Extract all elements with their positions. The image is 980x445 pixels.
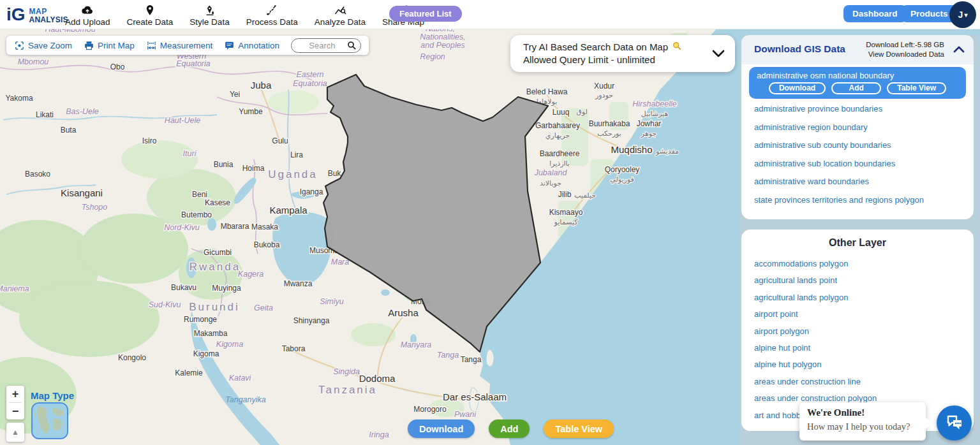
toolbar-label: Annotation (238, 41, 279, 50)
ai-search-banner[interactable]: Try AI Based Search Data on Map Allowed … (510, 35, 735, 72)
layer-link-airport-point[interactable]: airport point (754, 309, 877, 319)
add-button[interactable]: Add (489, 419, 530, 438)
map-label: Iganga (300, 187, 323, 196)
toolbar-annotation[interactable]: Annotation (224, 40, 279, 51)
view-downloaded-link[interactable]: View Downloaded Data (866, 50, 944, 59)
layer-link-alpine-hut-polygon[interactable]: alpine hut polygon (754, 360, 877, 369)
chevron-down-icon[interactable] (712, 49, 725, 61)
save-zoom-icon (14, 40, 25, 51)
table-view-button[interactable]: Table View (544, 419, 614, 438)
map-type-label[interactable]: Map Type (31, 390, 74, 401)
selected-layer-table-view-button[interactable]: Table View (887, 82, 946, 94)
layer-link-areas-under-construction-line[interactable]: areas under construction line (754, 377, 877, 386)
map-label: Luuq (553, 108, 570, 117)
map-label: Makamba (194, 329, 228, 338)
download-gis-panel: Download GIS Data Download Left:-5.98 GB… (740, 35, 980, 445)
layer-link-administrative-province-boundaries[interactable]: administrative province boundaries (754, 104, 924, 113)
map-label: Yakoma (5, 94, 33, 103)
layer-link-administrative-sub-county-boundaries[interactable]: administrative sub county boundaries (754, 140, 924, 150)
map-label: Kigoma (193, 349, 219, 358)
avatar-initial: J (958, 10, 963, 20)
lake-manyara (381, 289, 390, 296)
map-label: جريهاري (546, 131, 570, 140)
zoom-out-button[interactable]: − (6, 403, 24, 419)
map-label: Garbahaarey (535, 121, 580, 130)
toolbar-print-map[interactable]: Print Map (84, 40, 135, 51)
map-label: Kigoma (216, 340, 243, 349)
tilt-control-button[interactable]: ▲ (6, 423, 24, 442)
chevron-up-icon[interactable] (953, 44, 965, 55)
layer-link-alpine-hut-point[interactable]: alpine hut point (754, 343, 877, 353)
map-label: Muqdisho (611, 144, 652, 155)
nav-item-add-upload[interactable]: Add Upload (65, 4, 110, 27)
map-label: لوق (576, 108, 588, 116)
chat-tooltip[interactable]: We're Online! How may I help you today? (799, 402, 926, 441)
nav-item-analyze-data[interactable]: Analyze Data (315, 4, 366, 27)
map-label: Buta (61, 126, 77, 135)
map-label: Bukavu (171, 283, 197, 292)
map-label: Rumonge (184, 315, 217, 324)
map-label: Juba (251, 80, 272, 91)
download-button[interactable]: Download (408, 419, 475, 438)
other-layer-title: Other Layer (741, 237, 974, 249)
app-logo[interactable]: iG MAP ANALYSIS (6, 2, 68, 27)
map-label: حودور (595, 91, 613, 99)
measurement-icon (146, 40, 157, 51)
nav-item-create-data[interactable]: Create Data (127, 4, 174, 27)
main-nav: Add UploadCreate DataStyle DataProcess D… (65, 1, 424, 29)
layer-link-administrative-region-boundary[interactable]: administrative region boundary (754, 122, 924, 132)
chat-subtitle: How may I help you today? (807, 421, 918, 432)
layer-link-areas-under-construction-polygon[interactable]: areas under construction polygon (754, 393, 877, 403)
selected-layer-add-button[interactable]: Add (831, 82, 881, 94)
lake-edward (207, 218, 216, 231)
search-icon (346, 40, 357, 53)
selected-layer-item[interactable]: administrative osm national boundary Dow… (749, 67, 966, 99)
map-label: Uganda (268, 168, 318, 180)
chat-launcher-button[interactable] (937, 405, 972, 441)
map-type-thumbnail[interactable] (31, 402, 68, 439)
map-label: Bunia (214, 160, 234, 169)
style-ink-icon (204, 4, 216, 17)
map-label: Yumbe (239, 107, 263, 116)
map-label: Kampala (269, 205, 308, 215)
map-label: Equatoria (293, 79, 327, 88)
layer-link-agricultural-lands-polygon[interactable]: agricultural lands polygon (754, 293, 877, 302)
download-layers-card: administrative osm national boundary Dow… (741, 64, 974, 219)
toolbar-label: Save Zoom (28, 41, 72, 50)
nav-label: Process Data (246, 17, 298, 27)
layer-link-administrative-sub-location-boundaries[interactable]: administrative sub location boundaries (754, 159, 924, 168)
download-panel-title[interactable]: Download GIS Data (754, 43, 845, 55)
selected-layer-download-button[interactable]: Download (769, 82, 826, 94)
map-label: Jubaland (534, 168, 568, 177)
layer-link-administrative-ward-boundaries[interactable]: administrative ward boundaries (754, 177, 924, 186)
toolbar-save-zoom[interactable]: Save Zoom (14, 40, 72, 51)
map-label: Burundi (189, 301, 240, 313)
map-label: Katavi (229, 374, 252, 383)
products-button[interactable]: Products (902, 5, 957, 22)
map-label: Nord-Kivu (164, 223, 200, 232)
zoom-in-button[interactable]: + (6, 386, 24, 402)
layer-link-agricultural-lands-point[interactable]: agricultural lands point (754, 275, 877, 285)
layer-link-airport-polygon[interactable]: airport polygon (754, 326, 877, 336)
nav-label: Add Upload (65, 17, 110, 27)
logo-mark: iG (6, 2, 26, 27)
map-label: Bas-Uele (66, 107, 98, 116)
user-avatar[interactable]: J ▾ (949, 1, 976, 28)
featured-list-button[interactable]: Featured List (389, 6, 462, 22)
toolbar-measurement[interactable]: Measurement (146, 40, 213, 51)
map-label: Tanganyika (225, 395, 266, 404)
map-label: Pwani (454, 410, 477, 419)
layer-link-accommodations-polygon[interactable]: accommodations polygon (754, 259, 877, 268)
map-label: مقديشو (655, 147, 679, 156)
nav-item-style-data[interactable]: Style Data (189, 4, 229, 27)
map-pin-icon (144, 4, 156, 17)
map-label: Butembo (181, 210, 212, 219)
layer-link-state-provinces-territories-and-regions-polygon[interactable]: state provinces territories and regions … (754, 195, 924, 205)
dashboard-button[interactable]: Dashboard (843, 5, 907, 22)
map-label: Lira (290, 150, 303, 159)
map-label: Baardheere (540, 149, 580, 158)
nav-item-process-data[interactable]: Process Data (246, 4, 298, 27)
map-label: Kismaayo (549, 208, 583, 217)
top-header-bar: iG MAP ANALYSIS Add UploadCreate DataSty… (0, 0, 980, 29)
ai-banner-line1: Try AI Based Search Data on Map (523, 41, 668, 52)
